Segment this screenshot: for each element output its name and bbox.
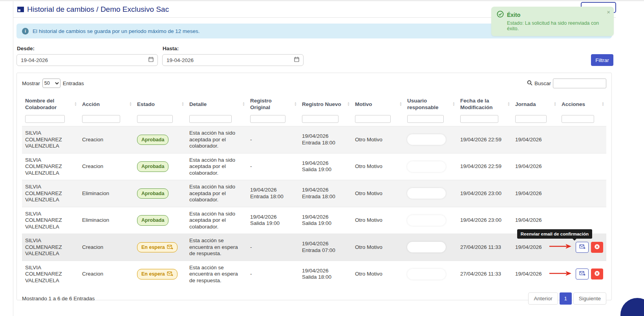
column-header-label: Acción	[82, 101, 100, 107]
cell-detail: Esta acción ha sido aceptada por el cola…	[186, 207, 247, 234]
cell-actions[interactable]: Reenviar email de confirmación	[558, 234, 606, 261]
column-filter-input[interactable]	[407, 115, 444, 123]
column-filter-input[interactable]	[25, 115, 65, 123]
cell-original-record: -	[247, 234, 299, 261]
redacted-user	[407, 161, 446, 172]
sort-icon[interactable]: ▲▼	[554, 102, 556, 106]
search-input[interactable]	[553, 79, 606, 88]
annotation-arrow-icon	[549, 271, 573, 278]
cell-new-record: 19/04/2026Entrada 18:00	[299, 126, 352, 153]
sort-icon[interactable]: ▲▼	[347, 102, 350, 106]
table-row: SILVIA COLMENAREZ VALENZUELACreacionEn e…	[22, 234, 606, 261]
cell-original-record: 19/04/2026Entrada 18:00	[247, 180, 299, 207]
sort-icon[interactable]: ▲▼	[507, 102, 510, 106]
sort-icon[interactable]: ▲▼	[129, 102, 132, 106]
filter-cell-estado	[134, 114, 186, 126]
cell-responsible-user	[404, 126, 457, 153]
date-from-input[interactable]	[21, 57, 148, 63]
date-to-label: Hasta:	[163, 46, 179, 51]
column-filter-row	[22, 114, 606, 126]
calendar-icon[interactable]	[294, 57, 299, 64]
table-row: SILVIA COLMENAREZ VALENZUELACreacionEn e…	[22, 261, 606, 287]
column-filter-input[interactable]	[515, 115, 547, 123]
resend-email-button[interactable]	[576, 242, 589, 253]
table-row: SILVIA COLMENAREZ VALENZUELACreacionApro…	[22, 126, 606, 153]
entries-select[interactable]: 50	[42, 79, 60, 88]
next-page-button[interactable]: Siguiente	[573, 292, 606, 305]
circle-x-icon	[594, 244, 600, 251]
cell-responsible-user	[404, 261, 457, 287]
cell-responsible-user	[404, 153, 457, 180]
delete-request-button[interactable]	[591, 269, 603, 279]
sort-icon[interactable]: ▲▼	[452, 102, 455, 106]
redacted-user	[407, 134, 446, 145]
column-header-registro-original[interactable]: Registro Original▲▼	[247, 94, 299, 114]
cell-reason: Otro Motivo	[352, 261, 404, 287]
toast-close-icon[interactable]: ×	[607, 9, 610, 15]
column-header-label: Acciones	[562, 101, 585, 107]
delete-request-button[interactable]	[591, 242, 603, 253]
column-header-detalle[interactable]: Detalle▲▼	[186, 94, 247, 114]
redacted-user	[407, 188, 446, 199]
sort-icon[interactable]: ▲▼	[74, 102, 77, 106]
date-from-field[interactable]	[16, 54, 158, 66]
cell-detail: Esta acción ha sido aceptada por el cola…	[186, 126, 247, 153]
page-number-button[interactable]: 1	[560, 292, 572, 305]
cell-collaborator-name: SILVIA COLMENAREZ VALENZUELA	[22, 180, 79, 207]
filter-cell-jornada	[512, 114, 558, 126]
column-header-jornada[interactable]: Jornada▲▼	[512, 94, 558, 114]
column-header-fecha-de-la-modificacion[interactable]: Fecha de la Modificación▲▼	[457, 94, 512, 114]
column-header-label: Jornada	[515, 101, 536, 107]
resend-email-button[interactable]	[576, 269, 589, 279]
cell-actions[interactable]	[558, 261, 606, 287]
status-badge: Aprobada	[137, 135, 168, 145]
column-header-usuario-responsable[interactable]: Usuario responsable▲▼	[404, 94, 457, 114]
column-filter-input[interactable]	[460, 115, 498, 123]
column-header-acciones[interactable]: Acciones▲▼	[558, 94, 606, 114]
column-filter-input[interactable]	[82, 115, 120, 123]
column-filter-input[interactable]	[355, 115, 391, 123]
filter-cell-registro-nuevo	[299, 114, 352, 126]
cell-new-record: 19/04/2026Salida 19:00	[299, 207, 352, 234]
sort-icon[interactable]: ▲▼	[602, 102, 604, 106]
sort-icon[interactable]: ▲▼	[181, 102, 184, 106]
column-filter-input[interactable]	[302, 115, 338, 123]
cell-original-record: -	[247, 126, 299, 153]
column-filter-input[interactable]	[250, 115, 285, 123]
floating-action-button[interactable]	[620, 298, 644, 316]
cell-action: Eliminacion	[79, 180, 134, 207]
date-to-input[interactable]	[166, 57, 294, 63]
cell-new-record: 19/04/2026Entrada 18:00	[299, 180, 352, 207]
column-filter-input[interactable]	[562, 115, 594, 123]
cell-actions	[558, 180, 606, 207]
cell-action: Creacion	[79, 261, 134, 287]
column-header-label: Detalle	[189, 101, 207, 107]
column-header-registro-nuevo[interactable]: Registro Nuevo▲▼	[299, 94, 352, 114]
success-toast: Éxito Estado: La solicitud ha sido reenv…	[491, 7, 614, 36]
cell-modification-date: 27/04/2026 11:33	[457, 261, 512, 287]
column-header-label: Fecha de la Modificación	[460, 98, 493, 110]
envelope-forward-icon	[579, 271, 585, 277]
column-header-accion[interactable]: Acción▲▼	[79, 94, 134, 114]
sort-icon[interactable]: ▲▼	[294, 102, 297, 106]
column-filter-input[interactable]	[189, 115, 232, 123]
column-header-motivo[interactable]: Motivo▲▼	[352, 94, 404, 114]
date-from-label: Desde:	[17, 46, 35, 51]
sort-icon[interactable]: ▲▼	[399, 102, 402, 106]
column-header-estado[interactable]: Estado▲▼	[134, 94, 186, 114]
cell-reason: Otro Motivo	[352, 180, 404, 207]
filter-cell-detalle	[186, 114, 247, 126]
filter-button[interactable]: Filtrar	[591, 54, 613, 66]
cell-modification-date: 19/04/2026 23:00	[457, 180, 512, 207]
column-header-nombre-del-colaborador[interactable]: Nombre del Colaborador▲▼	[22, 94, 79, 114]
cell-action: Creacion	[79, 153, 134, 180]
cell-status: Aprobada	[134, 180, 186, 207]
calendar-icon[interactable]	[148, 57, 154, 64]
sort-icon[interactable]: ▲▼	[242, 102, 245, 106]
column-filter-input[interactable]	[137, 115, 173, 123]
cell-status: En espera	[134, 261, 186, 287]
redacted-user	[407, 269, 446, 279]
date-to-field[interactable]	[162, 54, 304, 66]
cell-workday: 19/04/2026	[512, 126, 558, 153]
previous-page-button[interactable]: Anterior	[528, 292, 558, 305]
